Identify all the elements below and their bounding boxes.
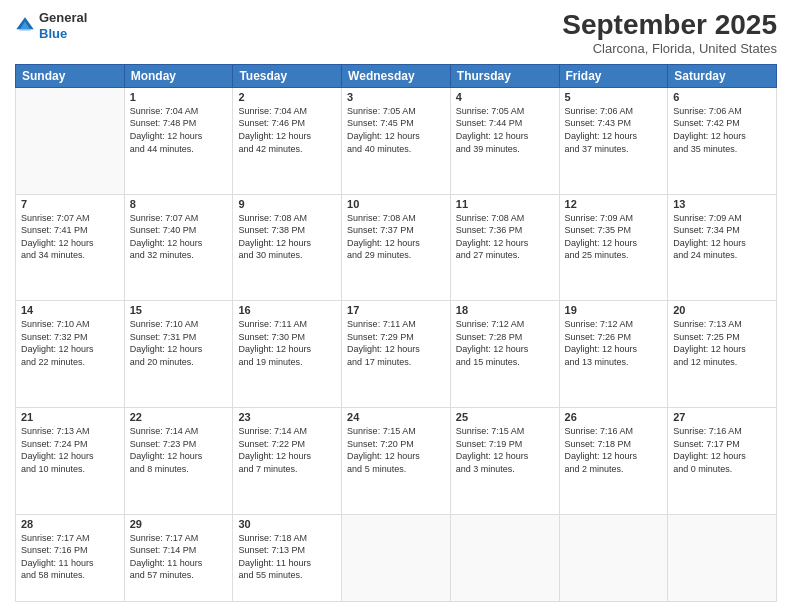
day-info: Sunrise: 7:05 AM Sunset: 7:45 PM Dayligh… bbox=[347, 105, 445, 155]
day-info: Sunrise: 7:17 AM Sunset: 7:14 PM Dayligh… bbox=[130, 532, 228, 582]
day-info: Sunrise: 7:06 AM Sunset: 7:42 PM Dayligh… bbox=[673, 105, 771, 155]
table-row bbox=[342, 514, 451, 601]
table-row bbox=[16, 87, 125, 194]
day-number: 28 bbox=[21, 518, 119, 530]
calendar-table: Sunday Monday Tuesday Wednesday Thursday… bbox=[15, 64, 777, 602]
day-info: Sunrise: 7:05 AM Sunset: 7:44 PM Dayligh… bbox=[456, 105, 554, 155]
table-row: 30Sunrise: 7:18 AM Sunset: 7:13 PM Dayli… bbox=[233, 514, 342, 601]
day-info: Sunrise: 7:08 AM Sunset: 7:38 PM Dayligh… bbox=[238, 212, 336, 262]
day-info: Sunrise: 7:13 AM Sunset: 7:25 PM Dayligh… bbox=[673, 318, 771, 368]
day-number: 13 bbox=[673, 198, 771, 210]
day-info: Sunrise: 7:04 AM Sunset: 7:46 PM Dayligh… bbox=[238, 105, 336, 155]
col-monday: Monday bbox=[124, 64, 233, 87]
logo-blue: Blue bbox=[39, 26, 67, 41]
day-number: 23 bbox=[238, 411, 336, 423]
table-row: 3Sunrise: 7:05 AM Sunset: 7:45 PM Daylig… bbox=[342, 87, 451, 194]
table-row bbox=[559, 514, 668, 601]
day-info: Sunrise: 7:11 AM Sunset: 7:29 PM Dayligh… bbox=[347, 318, 445, 368]
title-section: September 2025 Clarcona, Florida, United… bbox=[562, 10, 777, 56]
day-number: 26 bbox=[565, 411, 663, 423]
table-row: 2Sunrise: 7:04 AM Sunset: 7:46 PM Daylig… bbox=[233, 87, 342, 194]
day-info: Sunrise: 7:10 AM Sunset: 7:32 PM Dayligh… bbox=[21, 318, 119, 368]
day-info: Sunrise: 7:08 AM Sunset: 7:36 PM Dayligh… bbox=[456, 212, 554, 262]
col-sunday: Sunday bbox=[16, 64, 125, 87]
day-number: 14 bbox=[21, 304, 119, 316]
day-number: 25 bbox=[456, 411, 554, 423]
col-tuesday: Tuesday bbox=[233, 64, 342, 87]
table-row bbox=[668, 514, 777, 601]
table-row: 1Sunrise: 7:04 AM Sunset: 7:48 PM Daylig… bbox=[124, 87, 233, 194]
day-number: 4 bbox=[456, 91, 554, 103]
day-number: 27 bbox=[673, 411, 771, 423]
table-row: 27Sunrise: 7:16 AM Sunset: 7:17 PM Dayli… bbox=[668, 407, 777, 514]
day-info: Sunrise: 7:12 AM Sunset: 7:26 PM Dayligh… bbox=[565, 318, 663, 368]
day-info: Sunrise: 7:07 AM Sunset: 7:41 PM Dayligh… bbox=[21, 212, 119, 262]
logo-text: General Blue bbox=[39, 10, 87, 41]
day-info: Sunrise: 7:07 AM Sunset: 7:40 PM Dayligh… bbox=[130, 212, 228, 262]
table-row: 17Sunrise: 7:11 AM Sunset: 7:29 PM Dayli… bbox=[342, 301, 451, 408]
day-number: 18 bbox=[456, 304, 554, 316]
table-row: 6Sunrise: 7:06 AM Sunset: 7:42 PM Daylig… bbox=[668, 87, 777, 194]
day-info: Sunrise: 7:15 AM Sunset: 7:20 PM Dayligh… bbox=[347, 425, 445, 475]
day-number: 6 bbox=[673, 91, 771, 103]
table-row: 14Sunrise: 7:10 AM Sunset: 7:32 PM Dayli… bbox=[16, 301, 125, 408]
table-row: 22Sunrise: 7:14 AM Sunset: 7:23 PM Dayli… bbox=[124, 407, 233, 514]
table-row: 13Sunrise: 7:09 AM Sunset: 7:34 PM Dayli… bbox=[668, 194, 777, 301]
day-info: Sunrise: 7:13 AM Sunset: 7:24 PM Dayligh… bbox=[21, 425, 119, 475]
day-info: Sunrise: 7:04 AM Sunset: 7:48 PM Dayligh… bbox=[130, 105, 228, 155]
day-info: Sunrise: 7:10 AM Sunset: 7:31 PM Dayligh… bbox=[130, 318, 228, 368]
day-number: 11 bbox=[456, 198, 554, 210]
day-number: 9 bbox=[238, 198, 336, 210]
table-row: 11Sunrise: 7:08 AM Sunset: 7:36 PM Dayli… bbox=[450, 194, 559, 301]
table-row: 28Sunrise: 7:17 AM Sunset: 7:16 PM Dayli… bbox=[16, 514, 125, 601]
day-number: 10 bbox=[347, 198, 445, 210]
day-number: 15 bbox=[130, 304, 228, 316]
day-number: 5 bbox=[565, 91, 663, 103]
table-row: 4Sunrise: 7:05 AM Sunset: 7:44 PM Daylig… bbox=[450, 87, 559, 194]
header: General Blue September 2025 Clarcona, Fl… bbox=[15, 10, 777, 56]
table-row: 16Sunrise: 7:11 AM Sunset: 7:30 PM Dayli… bbox=[233, 301, 342, 408]
day-info: Sunrise: 7:12 AM Sunset: 7:28 PM Dayligh… bbox=[456, 318, 554, 368]
location: Clarcona, Florida, United States bbox=[562, 41, 777, 56]
table-row: 8Sunrise: 7:07 AM Sunset: 7:40 PM Daylig… bbox=[124, 194, 233, 301]
day-number: 24 bbox=[347, 411, 445, 423]
logo-icon bbox=[15, 16, 35, 36]
table-row: 5Sunrise: 7:06 AM Sunset: 7:43 PM Daylig… bbox=[559, 87, 668, 194]
table-row: 18Sunrise: 7:12 AM Sunset: 7:28 PM Dayli… bbox=[450, 301, 559, 408]
day-number: 3 bbox=[347, 91, 445, 103]
day-info: Sunrise: 7:15 AM Sunset: 7:19 PM Dayligh… bbox=[456, 425, 554, 475]
month-title: September 2025 bbox=[562, 10, 777, 41]
calendar-header-row: Sunday Monday Tuesday Wednesday Thursday… bbox=[16, 64, 777, 87]
day-info: Sunrise: 7:14 AM Sunset: 7:23 PM Dayligh… bbox=[130, 425, 228, 475]
table-row: 19Sunrise: 7:12 AM Sunset: 7:26 PM Dayli… bbox=[559, 301, 668, 408]
table-row: 25Sunrise: 7:15 AM Sunset: 7:19 PM Dayli… bbox=[450, 407, 559, 514]
table-row: 21Sunrise: 7:13 AM Sunset: 7:24 PM Dayli… bbox=[16, 407, 125, 514]
table-row: 23Sunrise: 7:14 AM Sunset: 7:22 PM Dayli… bbox=[233, 407, 342, 514]
day-number: 7 bbox=[21, 198, 119, 210]
col-wednesday: Wednesday bbox=[342, 64, 451, 87]
day-number: 8 bbox=[130, 198, 228, 210]
day-info: Sunrise: 7:16 AM Sunset: 7:18 PM Dayligh… bbox=[565, 425, 663, 475]
day-info: Sunrise: 7:08 AM Sunset: 7:37 PM Dayligh… bbox=[347, 212, 445, 262]
day-number: 22 bbox=[130, 411, 228, 423]
day-info: Sunrise: 7:17 AM Sunset: 7:16 PM Dayligh… bbox=[21, 532, 119, 582]
day-number: 29 bbox=[130, 518, 228, 530]
table-row: 7Sunrise: 7:07 AM Sunset: 7:41 PM Daylig… bbox=[16, 194, 125, 301]
table-row: 26Sunrise: 7:16 AM Sunset: 7:18 PM Dayli… bbox=[559, 407, 668, 514]
page: General Blue September 2025 Clarcona, Fl… bbox=[0, 0, 792, 612]
table-row: 15Sunrise: 7:10 AM Sunset: 7:31 PM Dayli… bbox=[124, 301, 233, 408]
day-info: Sunrise: 7:16 AM Sunset: 7:17 PM Dayligh… bbox=[673, 425, 771, 475]
day-info: Sunrise: 7:14 AM Sunset: 7:22 PM Dayligh… bbox=[238, 425, 336, 475]
day-info: Sunrise: 7:18 AM Sunset: 7:13 PM Dayligh… bbox=[238, 532, 336, 582]
day-info: Sunrise: 7:09 AM Sunset: 7:34 PM Dayligh… bbox=[673, 212, 771, 262]
day-number: 12 bbox=[565, 198, 663, 210]
table-row: 9Sunrise: 7:08 AM Sunset: 7:38 PM Daylig… bbox=[233, 194, 342, 301]
table-row: 29Sunrise: 7:17 AM Sunset: 7:14 PM Dayli… bbox=[124, 514, 233, 601]
col-saturday: Saturday bbox=[668, 64, 777, 87]
table-row: 24Sunrise: 7:15 AM Sunset: 7:20 PM Dayli… bbox=[342, 407, 451, 514]
day-number: 17 bbox=[347, 304, 445, 316]
col-friday: Friday bbox=[559, 64, 668, 87]
col-thursday: Thursday bbox=[450, 64, 559, 87]
day-number: 19 bbox=[565, 304, 663, 316]
day-number: 2 bbox=[238, 91, 336, 103]
